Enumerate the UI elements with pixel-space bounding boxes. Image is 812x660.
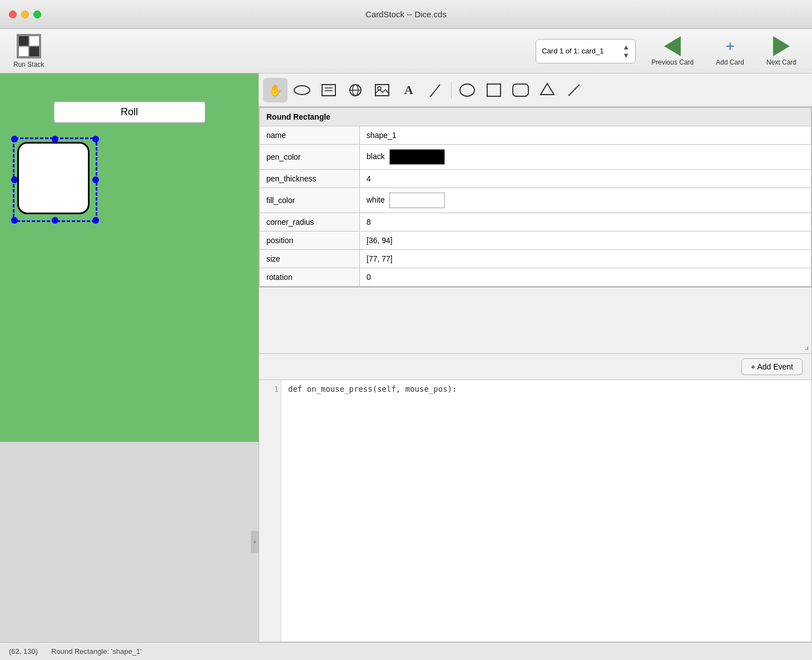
tool-separator-1 — [451, 82, 452, 98]
prop-row-name: nameshape_1 — [260, 126, 811, 145]
prop-value-corner_radius[interactable]: 8 — [360, 213, 811, 232]
line-numbers: 1 — [259, 380, 281, 642]
svg-line-15 — [568, 85, 580, 96]
resize-dot — [254, 541, 256, 543]
handle-top-left[interactable] — [11, 136, 18, 142]
status-bar: (62, 130) Round Rectangle: 'shape_1' — [0, 642, 812, 660]
add-event-bar: + Add Event — [259, 354, 811, 380]
prop-value-pen_color[interactable]: black — [360, 145, 811, 170]
code-content[interactable]: def on_mouse_press(self, mouse_pos): — [281, 380, 811, 642]
svg-line-9 — [431, 85, 440, 96]
pen-tool[interactable] — [423, 78, 448, 102]
prop-value-name[interactable]: shape_1 — [360, 126, 811, 145]
color-swatch-pen_color[interactable] — [389, 149, 445, 165]
webview-tool[interactable] — [343, 78, 368, 102]
event-area: ⌟ + Add Event 1 def on_mouse_press(self,… — [259, 287, 812, 642]
dice-shape-inner — [17, 142, 90, 214]
run-stack-button[interactable]: Run Stack — [9, 32, 48, 71]
prop-key-pen_color: pen_color — [260, 145, 360, 170]
event-textarea[interactable] — [259, 288, 811, 353]
prop-row-position: position[36, 94] — [260, 232, 811, 250]
card-selector: Card 1 of 1: card_1 ▲▼ — [536, 39, 636, 63]
window-title: CardStock -- Dice.cds — [365, 9, 447, 19]
run-stack-icon — [17, 34, 41, 58]
add-card-label: Add Card — [716, 58, 744, 66]
dice-selection — [13, 137, 97, 222]
resize-corner-icon[interactable]: ⌟ — [805, 341, 809, 351]
main-content: Roll ✋ — [0, 73, 812, 642]
svg-marker-14 — [541, 83, 554, 95]
handle-bot-center[interactable] — [52, 217, 58, 224]
status-coords: (62, 130) — [9, 647, 38, 656]
main-toolbar: Run Stack Card 1 of 1: card_1 ▲▼ Previou… — [0, 29, 812, 73]
handle-top-right[interactable] — [92, 136, 99, 142]
close-button[interactable] — [9, 11, 17, 18]
prop-value-rotation[interactable]: 0 — [360, 268, 811, 287]
prop-row-pen_thickness: pen_thickness4 — [260, 170, 811, 188]
prop-key-name: name — [260, 126, 360, 145]
prop-key-size: size — [260, 250, 360, 268]
svg-line-10 — [430, 95, 432, 97]
shape-toolbar: ✋ A — [259, 73, 812, 107]
svg-rect-13 — [513, 84, 528, 96]
textfield-tool[interactable] — [316, 78, 341, 102]
code-editor: 1 def on_mouse_press(self, mouse_pos): — [259, 380, 811, 642]
previous-card-label: Previous Card — [651, 58, 694, 66]
rect-tool[interactable] — [482, 78, 506, 102]
run-stack-label: Run Stack — [13, 61, 44, 68]
add-card-button[interactable]: + Add Card — [709, 34, 751, 68]
prop-key-corner_radius: corner_radius — [260, 213, 360, 232]
roundrect-tool[interactable] — [508, 78, 533, 102]
line-number-1: 1 — [261, 385, 279, 393]
line-tool[interactable] — [562, 78, 586, 102]
card-dropdown[interactable]: Card 1 of 1: card_1 ▲▼ — [536, 39, 636, 63]
status-shape-info: Round Rectangle: 'shape_1' — [51, 647, 142, 656]
prop-row-size: size[77, 77] — [260, 250, 811, 268]
prop-row-corner_radius: corner_radius8 — [260, 213, 811, 232]
prop-value-position[interactable]: [36, 94] — [360, 232, 811, 250]
prop-header: Round Rectangle — [260, 108, 811, 126]
card-dropdown-text: Card 1 of 1: card_1 — [542, 47, 603, 55]
prop-value-fill_color[interactable]: white — [360, 188, 811, 213]
card-canvas[interactable]: Roll — [0, 73, 259, 442]
prop-key-position: position — [260, 232, 360, 250]
handle-top-center[interactable] — [52, 136, 58, 142]
prop-key-fill_color: fill_color — [260, 188, 360, 213]
traffic-lights — [9, 11, 41, 18]
svg-point-11 — [460, 84, 474, 96]
image-tool[interactable] — [370, 78, 394, 102]
right-panel: ✋ A — [259, 73, 812, 642]
add-event-label: + Add Event — [751, 362, 793, 371]
prop-key-pen_thickness: pen_thickness — [260, 170, 360, 188]
handle-bot-left[interactable] — [11, 217, 18, 224]
resize-handle[interactable] — [251, 531, 259, 553]
next-card-icon — [771, 36, 791, 56]
prop-row-fill_color: fill_colorwhite — [260, 188, 811, 213]
add-event-button[interactable]: + Add Event — [741, 358, 803, 375]
prop-value-pen_thickness[interactable]: 4 — [360, 170, 811, 188]
properties-panel: Round Rectangle nameshape_1pen_colorblac… — [259, 107, 812, 287]
previous-card-button[interactable]: Previous Card — [645, 34, 700, 68]
polygon-tool[interactable] — [535, 78, 560, 102]
title-bar: CardStock -- Dice.cds — [0, 0, 812, 29]
svg-rect-1 — [322, 85, 335, 96]
canvas-panel: Roll — [0, 73, 259, 642]
pointer-tool[interactable]: ✋ — [263, 78, 288, 102]
roll-button[interactable]: Roll — [53, 101, 205, 123]
ellipse-tool[interactable] — [455, 78, 479, 102]
next-card-label: Next Card — [766, 58, 796, 66]
svg-rect-12 — [487, 84, 501, 96]
minimize-button[interactable] — [21, 11, 29, 18]
handle-mid-right[interactable] — [92, 176, 99, 183]
add-card-icon: + — [720, 36, 740, 56]
card-dropdown-arrows: ▲▼ — [622, 43, 630, 60]
event-textarea-wrap: ⌟ — [259, 287, 812, 354]
maximize-button[interactable] — [33, 11, 41, 18]
text-tool[interactable]: A — [397, 78, 421, 102]
oval-tool[interactable] — [290, 78, 314, 102]
handle-mid-left[interactable] — [11, 176, 18, 183]
prop-value-size[interactable]: [77, 77] — [360, 250, 811, 268]
color-swatch-fill_color[interactable] — [389, 193, 445, 208]
handle-bot-right[interactable] — [92, 217, 99, 224]
next-card-button[interactable]: Next Card — [760, 34, 803, 68]
